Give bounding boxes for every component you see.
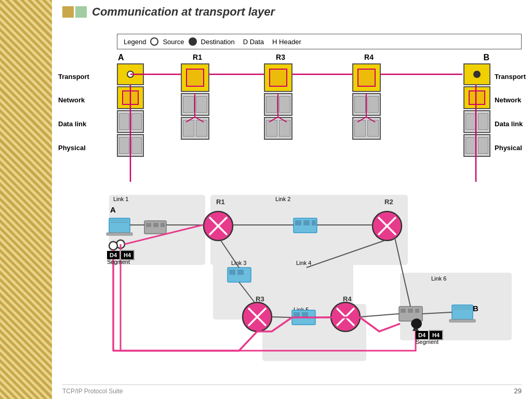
svg-rect-33 xyxy=(303,220,310,225)
r4-top-label: R4 xyxy=(353,53,384,61)
stack-r3 xyxy=(264,63,292,140)
segment-label-b: Segment xyxy=(416,339,438,345)
left-border xyxy=(0,0,52,399)
network-left-label: Network xyxy=(58,88,89,112)
node-a-label: A xyxy=(118,53,124,62)
footer-title: TCP/IP Protocol Suite xyxy=(62,388,123,395)
header-legend-label: H Header xyxy=(272,38,301,46)
title-bar: Communication at transport layer xyxy=(62,5,532,19)
svg-rect-22 xyxy=(161,223,165,227)
svg-rect-45 xyxy=(237,270,244,275)
svg-rect-32 xyxy=(295,220,301,225)
svg-rect-44 xyxy=(229,270,235,275)
r1-top-label: R1 xyxy=(182,53,213,61)
network-right-label: Network xyxy=(495,88,526,112)
network-diagram-svg: R1 R2 R3 xyxy=(57,190,527,374)
transport-right-label: Transport xyxy=(495,65,526,88)
svg-rect-20 xyxy=(146,223,151,227)
svg-rect-34 xyxy=(312,220,316,225)
layer-labels-left: Transport Network Data link Physical xyxy=(58,65,89,159)
svg-line-64 xyxy=(272,317,292,317)
legend-text: Legend xyxy=(124,38,146,46)
legend-box: Legend Source Destination D Data H Heade… xyxy=(117,34,522,49)
destination-icon xyxy=(189,37,197,46)
green-icon xyxy=(75,6,87,18)
svg-text:R1: R1 xyxy=(216,198,225,206)
stack-r1 xyxy=(181,63,209,140)
svg-text:R2: R2 xyxy=(384,198,393,206)
node-b-label: B xyxy=(483,53,489,62)
segment-label-a: Segment xyxy=(107,259,130,265)
stack-b xyxy=(463,63,490,157)
bottom-diagram: Link 1 Link 2 Link 3 Link 4 Link 5 Link … xyxy=(57,190,527,374)
svg-line-61 xyxy=(221,241,239,268)
layer-labels-right: Transport Network Data link Physical xyxy=(495,65,526,159)
footer-page: 29 xyxy=(514,387,522,395)
svg-rect-52 xyxy=(415,309,419,313)
top-diagram: Legend Source Destination D Data H Heade… xyxy=(57,31,527,187)
svg-text:R4: R4 xyxy=(343,295,352,303)
svg-rect-47 xyxy=(294,312,300,317)
svg-rect-54 xyxy=(449,320,475,322)
d4-box-a: D4 xyxy=(107,251,119,259)
d4-box-b: D4 xyxy=(416,331,428,339)
page-title: Communication at transport layer xyxy=(92,5,275,19)
main-content: Communication at transport layer Legend … xyxy=(52,0,532,399)
svg-line-62 xyxy=(239,282,255,302)
svg-rect-51 xyxy=(408,309,413,313)
svg-line-66 xyxy=(360,314,399,317)
physical-right-label: Physical xyxy=(495,136,526,159)
svg-line-67 xyxy=(395,238,410,307)
physical-left-label: Physical xyxy=(58,136,89,159)
r3-top-label: R3 xyxy=(265,53,296,61)
svg-rect-50 xyxy=(401,309,406,313)
svg-rect-19 xyxy=(144,221,166,234)
title-icons xyxy=(62,6,87,18)
yellow-icon xyxy=(62,6,74,18)
svg-text:R3: R3 xyxy=(256,295,264,303)
svg-point-71 xyxy=(411,319,420,328)
data-legend-label: D Data xyxy=(243,38,264,46)
svg-rect-21 xyxy=(153,223,158,227)
svg-rect-16 xyxy=(107,233,132,235)
svg-line-63 xyxy=(307,241,384,268)
datalink-right-label: Data link xyxy=(495,112,526,136)
footer: TCP/IP Protocol Suite 29 xyxy=(62,384,522,395)
stack-a xyxy=(117,63,144,157)
destination-label: Destination xyxy=(201,38,235,46)
svg-rect-48 xyxy=(302,312,308,317)
source-icon xyxy=(150,37,158,46)
transport-left-label: Transport xyxy=(58,65,89,88)
svg-line-68 xyxy=(422,312,452,314)
datalink-left-label: Data link xyxy=(58,112,89,136)
stack-r4 xyxy=(352,63,381,140)
svg-line-65 xyxy=(315,317,331,317)
source-label: Source xyxy=(163,38,184,46)
